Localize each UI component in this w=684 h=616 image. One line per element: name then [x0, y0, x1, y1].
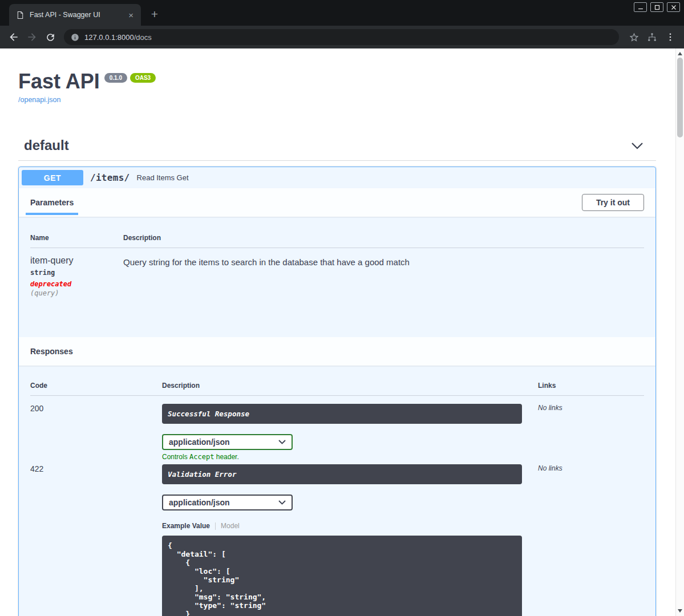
parameters-table-head: Name Description	[30, 234, 644, 248]
responses-header: Responses	[19, 337, 655, 366]
new-tab-button[interactable]: +	[147, 7, 162, 22]
params-col-description-header: Description	[123, 234, 644, 242]
page-scrollbar[interactable]	[675, 48, 684, 616]
back-button[interactable]	[5, 29, 22, 46]
scroll-up-button[interactable]	[676, 50, 684, 58]
example-json-block: { "detail": [ { "loc": [ "string" ], "ms…	[162, 536, 522, 616]
page-content: Fast API 0.1.0 OAS3 /openapi.json defaul…	[0, 48, 684, 616]
parameter-type: string	[30, 269, 123, 277]
chevron-down-icon	[278, 440, 286, 444]
example-value-tab[interactable]: Example Value	[162, 522, 210, 530]
response-422-description-cell: Validation Error application/json Exampl…	[162, 464, 538, 616]
parameter-row: item-query string deprecated (query) Que…	[30, 248, 644, 297]
chevron-down-icon	[278, 500, 286, 505]
response-422-description: Validation Error	[162, 464, 522, 484]
accept-note-prefix: Controls	[162, 453, 189, 461]
responses-heading: Responses	[30, 347, 73, 356]
arrow-right-icon	[26, 31, 38, 43]
accept-note-suffix: header.	[214, 453, 238, 461]
parameter-location: (query)	[30, 289, 123, 297]
try-it-out-button[interactable]: Try it out	[582, 194, 644, 211]
menu-button[interactable]	[662, 29, 679, 46]
operation-path: /items/	[90, 172, 130, 183]
url-bar[interactable]: 127.0.0.1:8000/docs	[64, 29, 619, 45]
maximize-button[interactable]	[650, 2, 663, 12]
api-title-row: Fast API 0.1.0 OAS3	[18, 69, 656, 94]
browser-chrome: Fast API - Swagger UI × +	[0, 0, 684, 48]
api-info: Fast API 0.1.0 OAS3 /openapi.json	[18, 48, 656, 104]
kebab-menu-icon	[665, 32, 675, 42]
responses-col-description-header: Description	[162, 382, 538, 390]
response-code-422: 422	[30, 464, 162, 616]
response-422-links: No links	[538, 464, 644, 616]
selected-media-type: application/json	[169, 498, 230, 507]
model-tab[interactable]: Model	[221, 522, 240, 530]
url-host: 127.0.0.1:8000	[84, 33, 134, 42]
parameters-tab[interactable]: Parameters	[30, 198, 74, 207]
response-200-description-cell: Successful Response application/json Con…	[162, 404, 538, 461]
triangle-up-icon	[678, 52, 682, 55]
star-icon	[629, 32, 640, 43]
reload-icon	[45, 32, 56, 43]
media-type-select-200[interactable]: application/json	[162, 434, 293, 450]
method-badge: GET	[22, 170, 83, 185]
tab-title: Fast API - Swagger UI	[30, 11, 121, 19]
accept-header-note: Controls Accept header.	[162, 453, 538, 461]
parameter-description: Query string for the items to search in …	[123, 256, 644, 297]
close-button[interactable]	[667, 2, 680, 12]
opblock-get-items: GET /items/ Read Items Get Parameters Tr…	[18, 167, 656, 616]
minimize-button[interactable]	[634, 2, 647, 12]
arrow-left-icon	[8, 31, 19, 43]
example-json: { "detail": [ { "loc": [ "string" ], "ms…	[168, 541, 516, 616]
params-col-name-header: Name	[30, 234, 123, 242]
collapse-chevron-icon[interactable]	[631, 142, 643, 149]
parameter-name: item-query	[30, 256, 123, 266]
oas3-badge: OAS3	[130, 73, 156, 83]
parameters-table: Name Description item-query string depre…	[19, 217, 655, 337]
response-200-description: Successful Response	[162, 404, 522, 424]
sitemap-icon	[647, 32, 657, 42]
triangle-down-icon	[678, 609, 682, 613]
response-200-links: No links	[538, 404, 644, 461]
accept-note-code: Accept	[189, 453, 214, 461]
openapi-link[interactable]: /openapi.json	[18, 96, 60, 104]
version-badge: 0.1.0	[104, 73, 127, 83]
parameter-name-cell: item-query string deprecated (query)	[30, 256, 123, 297]
selected-media-type: application/json	[169, 437, 230, 447]
response-row-422: 422 Validation Error application/json Ex…	[30, 461, 644, 616]
response-code-200: 200	[30, 404, 162, 461]
operation-summary-text: Read Items Get	[137, 173, 189, 182]
tab-divider	[215, 522, 216, 530]
responses-col-links-header: Links	[538, 382, 644, 390]
page-favicon-icon	[16, 11, 25, 19]
reload-button[interactable]	[42, 29, 59, 46]
url-text: 127.0.0.1:8000/docs	[84, 33, 152, 42]
operation-summary[interactable]: GET /items/ Read Items Get	[19, 167, 655, 188]
parameter-deprecated-flag: deprecated	[30, 280, 123, 288]
bookmark-button[interactable]	[625, 29, 642, 46]
minimize-icon	[638, 5, 643, 10]
example-model-tabs: Example Value Model	[162, 522, 538, 530]
tab-strip: Fast API - Swagger UI × +	[0, 0, 684, 26]
url-path: /docs	[134, 33, 152, 42]
site-info-icon[interactable]	[71, 33, 79, 42]
sitemap-button[interactable]	[643, 29, 661, 46]
tag-header[interactable]: default	[18, 137, 656, 161]
response-row-200: 200 Successful Response application/json…	[30, 396, 644, 461]
media-type-select-422[interactable]: application/json	[162, 495, 293, 510]
maximize-icon	[654, 5, 660, 10]
window-controls	[634, 2, 680, 12]
navigation-toolbar: 127.0.0.1:8000/docs	[0, 26, 684, 48]
responses-table: Code Description Links 200 Successful Re…	[19, 366, 655, 616]
browser-tab[interactable]: Fast API - Swagger UI ×	[9, 4, 141, 26]
api-title: Fast API	[18, 69, 100, 94]
forward-button[interactable]	[23, 29, 41, 46]
responses-col-code-header: Code	[30, 382, 162, 390]
scroll-down-button[interactable]	[676, 607, 684, 615]
close-icon	[671, 5, 677, 10]
tab-close-button[interactable]: ×	[126, 10, 136, 21]
tag-name: default	[24, 137, 69, 153]
swagger-ui: Fast API 0.1.0 OAS3 /openapi.json defaul…	[18, 48, 656, 616]
scrollbar-thumb[interactable]	[677, 58, 683, 137]
responses-table-head: Code Description Links	[30, 382, 644, 396]
